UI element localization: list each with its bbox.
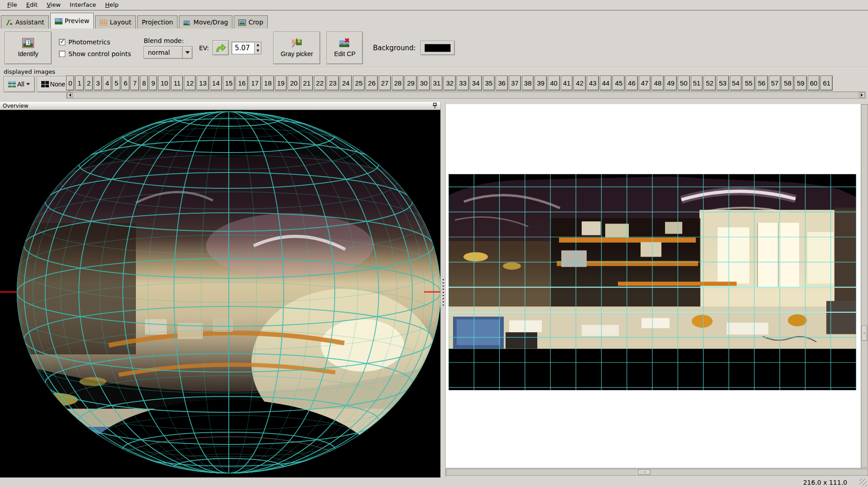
image-toggle-button[interactable]: 45	[612, 76, 625, 91]
image-toggle-button[interactable]: 0	[66, 76, 74, 91]
image-toggle-button[interactable]: 7	[130, 76, 139, 91]
image-toggle-button[interactable]: 27	[379, 76, 391, 91]
panel-splitter[interactable]	[440, 102, 446, 477]
image-toggle-button[interactable]: 36	[496, 76, 508, 91]
image-toggle-button[interactable]: 10	[158, 76, 170, 91]
image-toggle-button[interactable]: 1	[75, 76, 83, 91]
image-toggle-button[interactable]: 34	[470, 76, 482, 91]
image-toggle-button[interactable]: 33	[457, 76, 469, 91]
image-toggle-button[interactable]: 38	[522, 76, 534, 91]
image-toggle-button[interactable]: 9	[149, 76, 157, 91]
pin-icon[interactable]	[432, 103, 438, 109]
image-toggle-button[interactable]: 42	[574, 76, 586, 91]
menu-edit[interactable]: Edit	[22, 0, 42, 10]
image-toggle-button[interactable]: 6	[121, 76, 130, 91]
image-toggle-button[interactable]: 48	[651, 76, 664, 91]
tab-move-drag[interactable]: Move/Drag	[179, 15, 232, 29]
image-toggle-button[interactable]: 53	[717, 76, 729, 91]
image-toggle-button[interactable]: 59	[795, 76, 807, 91]
image-toggle-button[interactable]: 2	[85, 76, 93, 91]
image-toggle-button[interactable]: 24	[340, 76, 352, 91]
image-toggle-button[interactable]: 21	[301, 76, 313, 91]
image-toggle-button[interactable]: 57	[769, 76, 781, 91]
image-toggle-button[interactable]: 39	[535, 76, 547, 91]
image-toggle-button[interactable]: 61	[820, 76, 833, 91]
image-toggle-button[interactable]: 55	[743, 76, 755, 91]
ev-spin-arrows[interactable]: ▲▼	[254, 42, 261, 54]
image-toggle-button[interactable]: 44	[600, 76, 612, 91]
menu-file[interactable]: File	[3, 0, 22, 10]
show-control-points-row[interactable]: Show control points	[59, 50, 131, 57]
image-toggle-button[interactable]: 25	[353, 76, 365, 91]
image-toggle-button[interactable]: 30	[418, 76, 430, 91]
tab-layout[interactable]: Layout	[95, 15, 136, 29]
image-toggle-button[interactable]: 20	[288, 76, 300, 91]
tab-crop[interactable]: Crop	[234, 15, 268, 29]
image-toggle-button[interactable]: 17	[249, 76, 261, 91]
photometrics-row[interactable]: Photometrics	[59, 38, 131, 46]
blend-mode-select[interactable]: normal	[144, 46, 193, 59]
image-toggle-button[interactable]: 14	[210, 76, 222, 91]
tab-assistant[interactable]: Assistant	[1, 15, 49, 29]
background-color-button[interactable]	[420, 41, 455, 55]
preview-horizontal-scrollbar[interactable]	[446, 468, 868, 476]
image-toggle-button[interactable]: 18	[262, 76, 274, 91]
image-toggle-button[interactable]: 28	[392, 76, 404, 91]
tab-preview[interactable]: GL Preview	[50, 13, 94, 29]
image-toggle-button[interactable]: 54	[730, 76, 742, 91]
image-toggle-button[interactable]: 26	[366, 76, 378, 91]
image-toggle-button[interactable]: 19	[275, 76, 287, 91]
vertical-scroll-thumb[interactable]	[862, 325, 867, 341]
reset-ev-button[interactable]	[212, 40, 229, 55]
scroll-left-icon[interactable]	[67, 92, 73, 98]
image-toggle-button[interactable]: 32	[444, 76, 456, 91]
menu-interface[interactable]: Interface	[65, 0, 101, 10]
photometrics-checkbox[interactable]	[59, 39, 65, 45]
tab-projection[interactable]: Projection	[137, 15, 178, 29]
image-toggle-button[interactable]: 56	[756, 76, 768, 91]
image-toggle-button[interactable]: 3	[94, 76, 102, 91]
image-toggle-button[interactable]: 43	[587, 76, 599, 91]
menu-help[interactable]: Help	[101, 0, 123, 10]
image-toggle-button[interactable]: 31	[431, 76, 443, 91]
scroll-right-icon[interactable]	[859, 92, 865, 98]
spin-down-icon[interactable]: ▼	[255, 48, 261, 54]
horizontal-scroll-thumb[interactable]	[638, 469, 651, 475]
identify-button[interactable]: 1 Identify	[5, 32, 52, 64]
panosphere-canvas[interactable]	[0, 110, 440, 477]
show-none-button[interactable]: None	[37, 76, 70, 92]
spin-up-icon[interactable]: ▲	[255, 42, 261, 48]
resize-grip[interactable]	[859, 478, 867, 486]
menu-view[interactable]: View	[42, 0, 65, 10]
image-toggle-button[interactable]: 13	[197, 76, 209, 91]
image-toggle-button[interactable]: 58	[781, 76, 794, 91]
image-toggle-button[interactable]: 8	[140, 76, 148, 91]
image-toggle-button[interactable]: 52	[704, 76, 716, 91]
image-row-scrollbar[interactable]	[66, 91, 866, 99]
image-toggle-button[interactable]: 22	[314, 76, 326, 91]
ev-spinner[interactable]: 5.07 ▲▼	[231, 42, 261, 54]
gray-picker-button[interactable]: Gray picker	[273, 32, 320, 64]
image-toggle-button[interactable]: 40	[548, 76, 560, 91]
image-toggle-button[interactable]: 15	[223, 76, 235, 91]
preview-vertical-scrollbar[interactable]	[861, 104, 868, 468]
show-control-points-checkbox[interactable]	[59, 51, 65, 57]
image-toggle-button[interactable]: 16	[236, 76, 248, 91]
image-toggle-button[interactable]: 23	[327, 76, 339, 91]
image-toggle-button[interactable]: 46	[626, 76, 638, 91]
image-toggle-button[interactable]: 41	[561, 76, 573, 91]
image-toggle-button[interactable]: 29	[405, 76, 417, 91]
image-toggle-button[interactable]: 11	[171, 76, 183, 91]
edit-cp-button[interactable]: Edit CP	[327, 32, 363, 64]
image-toggle-button[interactable]: 49	[665, 76, 677, 91]
image-toggle-button[interactable]: 51	[691, 76, 703, 91]
image-toggle-button[interactable]: 35	[483, 76, 495, 91]
image-toggle-button[interactable]: 37	[509, 76, 521, 91]
image-toggle-button[interactable]: 4	[103, 76, 111, 91]
image-toggle-button[interactable]: 47	[639, 76, 651, 91]
show-all-button[interactable]: All	[4, 76, 35, 92]
image-toggle-button[interactable]: 50	[678, 76, 690, 91]
preview-canvas[interactable]	[446, 104, 861, 468]
image-toggle-button[interactable]: 60	[808, 76, 820, 91]
image-toggle-button[interactable]: 5	[112, 76, 121, 91]
